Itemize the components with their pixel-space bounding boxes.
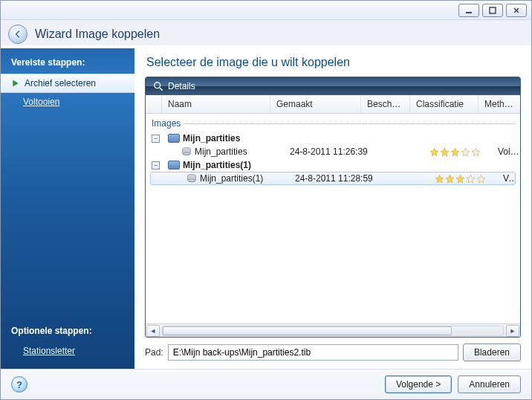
item-rating [429, 147, 498, 157]
sidebar: Vereiste stappen: Archief selecteren Vol… [1, 48, 134, 369]
next-button[interactable]: Volgende > [385, 375, 452, 393]
archive-group-icon [168, 161, 180, 170]
item-method: Volledige back-u [503, 173, 515, 184]
page-title: Selecteer de image die u wilt koppelen [146, 56, 521, 69]
titlebar [1, 1, 531, 20]
required-steps-heading: Vereiste stappen: [1, 54, 134, 74]
images-section: Images [146, 115, 520, 132]
horizontal-scrollbar[interactable]: ◄ ► [146, 323, 520, 337]
cancel-button[interactable]: Annuleren [458, 375, 521, 393]
tree-item-selected[interactable]: Mijn_partities(1) 24-8-2011 11:28:59 Vol… [150, 172, 516, 185]
col-description[interactable]: Beschri... [361, 95, 410, 113]
scroll-right-button[interactable]: ► [506, 325, 519, 337]
section-label-text: Images [152, 118, 181, 129]
scroll-left-button[interactable]: ◄ [146, 325, 160, 337]
scroll-thumb[interactable] [163, 326, 452, 335]
tree-group[interactable]: − Mijn_partities(1) [146, 158, 520, 172]
wizard-header: Wizard Image koppelen [1, 20, 531, 48]
item-rating [435, 174, 503, 184]
col-classification[interactable]: Classificatie [410, 95, 479, 113]
collapse-icon[interactable]: − [152, 161, 160, 170]
footer: ? Volgende > Annuleren [1, 369, 531, 399]
item-created: 24-8-2011 11:28:59 [295, 173, 386, 184]
archive-group-icon [168, 134, 180, 143]
disk-icon [186, 173, 197, 184]
item-name: Mijn_partities(1) [200, 173, 263, 184]
path-input[interactable] [168, 344, 458, 361]
step-label: Archief selecteren [25, 78, 96, 88]
svg-rect-1 [490, 7, 496, 13]
minimize-button[interactable] [458, 4, 479, 17]
col-created[interactable]: Gemaakt [270, 95, 361, 113]
step-finish[interactable]: Voltooien [1, 93, 134, 111]
group-name: Mijn_partities(1) [183, 160, 251, 170]
maximize-button[interactable] [482, 4, 503, 17]
path-label: Pad: [145, 347, 163, 358]
column-headers: Naam Gemaakt Beschri... Classificatie Me… [146, 95, 520, 114]
help-button[interactable]: ? [11, 376, 27, 393]
item-created: 24-8-2011 11:26:39 [290, 146, 380, 157]
browse-button[interactable]: Bladeren [463, 343, 521, 361]
disk-icon [181, 146, 192, 157]
step-archive-select[interactable]: Archief selecteren [1, 74, 134, 93]
svg-rect-0 [466, 12, 472, 13]
step-drive-letter[interactable]: Stationsletter [1, 342, 134, 360]
current-step-arrow-icon [11, 79, 20, 88]
collapse-icon[interactable]: − [152, 135, 160, 143]
svg-point-2 [155, 83, 160, 88]
back-button[interactable] [8, 25, 27, 44]
close-button[interactable] [506, 4, 527, 17]
scroll-track[interactable] [162, 326, 504, 336]
step-label: Stationsletter [23, 346, 75, 356]
step-label: Voltooien [23, 97, 59, 107]
details-label: Details [168, 81, 195, 91]
main-panel: Selecteer de image die u wilt koppelen D… [134, 48, 531, 369]
image-tree[interactable]: Images − Mijn_partities [146, 114, 520, 323]
magnifier-icon [153, 81, 163, 91]
wizard-title: Wizard Image koppelen [35, 28, 160, 41]
details-toolbar: Details [146, 77, 520, 95]
path-row: Pad: Bladeren [145, 343, 521, 361]
col-icon[interactable] [146, 95, 162, 113]
wizard-body: Vereiste stappen: Archief selecteren Vol… [1, 48, 531, 369]
wizard-window: Wizard Image koppelen Vereiste stappen: … [0, 0, 532, 400]
item-name: Mijn_partities [195, 146, 247, 157]
tree-item[interactable]: Mijn_partities 24-8-2011 11:26:39 Volled… [146, 145, 520, 158]
group-name: Mijn_partities [183, 133, 240, 143]
tree-group[interactable]: − Mijn_partities [146, 132, 520, 145]
section-divider [184, 123, 514, 124]
item-method: Volledige back-u [498, 146, 520, 157]
details-panel: Details Naam Gemaakt Beschri... Classifi… [145, 77, 521, 338]
col-method[interactable]: Methode [479, 95, 520, 113]
col-name[interactable]: Naam [162, 95, 270, 113]
optional-steps-heading: Optionele stappen: [1, 323, 134, 342]
